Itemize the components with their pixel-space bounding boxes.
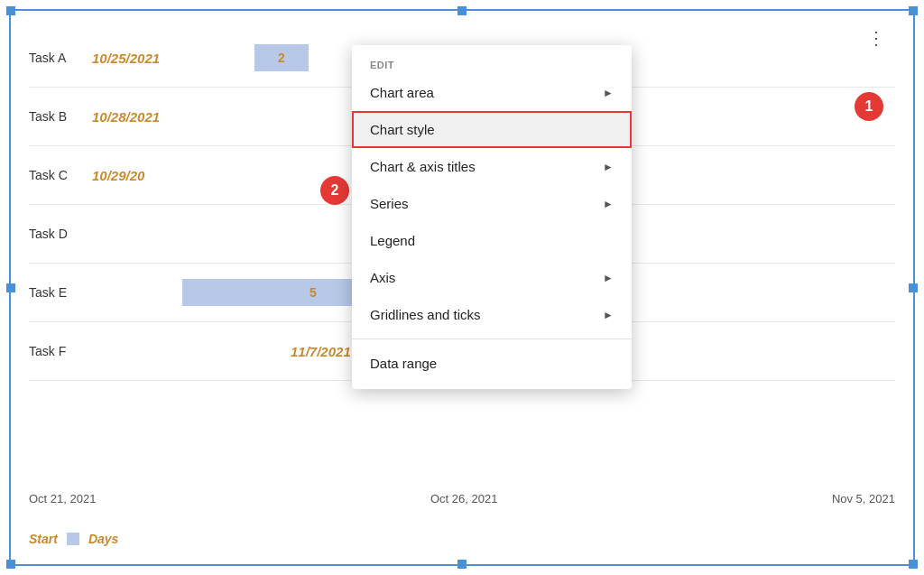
legend-row: Start Days [29, 532, 895, 546]
dropdown-menu: EDIT Chart area ► Chart style Chart & ax… [352, 45, 632, 389]
menu-item-legend[interactable]: Legend [352, 222, 632, 259]
bar-number: 5 [310, 285, 317, 300]
menu-item-label: Chart area [370, 85, 434, 100]
menu-item-data-range[interactable]: Data range [352, 345, 632, 382]
task-date: 11/7/2021 [291, 344, 351, 359]
menu-item-chart-style[interactable]: Chart style [352, 111, 632, 148]
badge-2: 2 [320, 176, 349, 205]
menu-section-label: EDIT [352, 52, 632, 74]
legend-days-label: Days [88, 532, 118, 546]
menu-item-label: Legend [370, 233, 415, 248]
task-date: 10/28/2021 [92, 109, 160, 125]
task-label: Task E [29, 285, 92, 300]
menu-item-chart-area[interactable]: Chart area ► [352, 74, 632, 111]
menu-item-axis[interactable]: Axis ► [352, 259, 632, 296]
axis-row: Oct 21, 2021 Oct 26, 2021 Nov 5, 2021 [29, 492, 895, 505]
handle-bot-mid[interactable] [457, 560, 467, 569]
menu-item-chart-axis-titles[interactable]: Chart & axis titles ► [352, 148, 632, 185]
arrow-icon: ► [603, 309, 614, 321]
axis-date-1: Oct 21, 2021 [29, 492, 96, 505]
menu-item-label: Axis [370, 270, 395, 285]
menu-item-gridlines-ticks[interactable]: Gridlines and ticks ► [352, 296, 632, 333]
menu-item-label: Data range [370, 356, 437, 371]
arrow-icon: ► [603, 161, 614, 173]
more-options-icon[interactable]: ⋮ [867, 27, 886, 49]
menu-divider [352, 339, 632, 339]
handle-bot-left[interactable] [6, 560, 15, 569]
menu-item-label: Series [370, 196, 409, 211]
bar-number: 2 [278, 51, 285, 65]
legend-days-box [67, 533, 79, 545]
menu-item-label: Chart & axis titles [370, 159, 476, 174]
gantt-bar: 2 [254, 44, 309, 71]
menu-item-label: Chart style [370, 122, 435, 137]
arrow-icon: ► [603, 198, 614, 210]
task-label: Task B [29, 109, 92, 124]
handle-mid-left[interactable] [6, 283, 15, 292]
task-date: 10/29/20 [92, 168, 144, 183]
task-label: Task D [29, 227, 92, 241]
menu-item-label: Gridlines and ticks [370, 307, 481, 322]
task-label: Task C [29, 168, 92, 182]
task-label: Task A [29, 51, 92, 65]
task-label: Task F [29, 344, 92, 358]
axis-date-2: Oct 26, 2021 [430, 492, 497, 505]
task-date: 10/25/2021 [92, 51, 160, 66]
handle-top-right[interactable] [909, 6, 918, 15]
menu-item-series[interactable]: Series ► [352, 185, 632, 222]
axis-date-3: Nov 5, 2021 [832, 492, 895, 505]
arrow-icon: ► [603, 87, 614, 99]
badge-1: 1 [855, 92, 883, 121]
arrow-icon: ► [603, 272, 614, 284]
handle-bot-right[interactable] [909, 560, 918, 569]
handle-mid-right[interactable] [909, 283, 918, 292]
handle-top-left[interactable] [6, 6, 15, 15]
handle-top-mid[interactable] [457, 6, 467, 15]
legend-start-label: Start [29, 532, 58, 546]
